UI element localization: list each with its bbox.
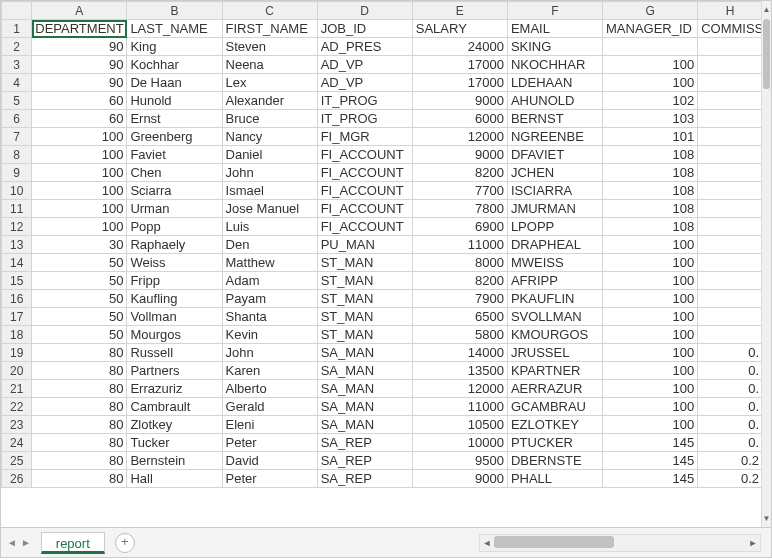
cell[interactable]: PHALL bbox=[507, 470, 602, 488]
cell[interactable]: NKOCHHAR bbox=[507, 56, 602, 74]
row-header[interactable]: 15 bbox=[2, 272, 32, 290]
cell[interactable]: Fripp bbox=[127, 272, 222, 290]
cell[interactable]: 0.2 bbox=[698, 452, 763, 470]
row-header[interactable]: 16 bbox=[2, 290, 32, 308]
cell[interactable]: Greenberg bbox=[127, 128, 222, 146]
cell[interactable]: Tucker bbox=[127, 434, 222, 452]
cell[interactable]: 100 bbox=[32, 182, 127, 200]
cell[interactable]: 0. bbox=[698, 344, 763, 362]
cell[interactable]: 12000 bbox=[412, 128, 507, 146]
cell[interactable]: 100 bbox=[32, 164, 127, 182]
col-header-D[interactable]: D bbox=[317, 2, 412, 20]
cell[interactable]: 100 bbox=[32, 128, 127, 146]
cell[interactable]: ST_MAN bbox=[317, 308, 412, 326]
cell[interactable]: 8200 bbox=[412, 272, 507, 290]
cell[interactable]: DEPARTMENT bbox=[32, 20, 127, 38]
cell[interactable]: Steven bbox=[222, 38, 317, 56]
cell[interactable]: 11000 bbox=[412, 236, 507, 254]
cell[interactable]: Cambrault bbox=[127, 398, 222, 416]
cell[interactable]: Partners bbox=[127, 362, 222, 380]
vertical-scroll-thumb[interactable] bbox=[763, 19, 770, 89]
cell[interactable]: Raphaely bbox=[127, 236, 222, 254]
cell[interactable]: Adam bbox=[222, 272, 317, 290]
tab-nav-buttons[interactable]: ◄ ► bbox=[1, 537, 37, 548]
cell[interactable]: COMMISSION bbox=[698, 20, 763, 38]
cell[interactable]: 100 bbox=[603, 254, 698, 272]
cell[interactable]: Lex bbox=[222, 74, 317, 92]
cell[interactable]: 5800 bbox=[412, 326, 507, 344]
cell[interactable]: Peter bbox=[222, 434, 317, 452]
cell[interactable]: 100 bbox=[603, 362, 698, 380]
cell[interactable]: 108 bbox=[603, 146, 698, 164]
cell[interactable]: Hall bbox=[127, 470, 222, 488]
row-header[interactable]: 18 bbox=[2, 326, 32, 344]
row-header[interactable]: 19 bbox=[2, 344, 32, 362]
col-header-F[interactable]: F bbox=[507, 2, 602, 20]
tab-prev-icon[interactable]: ◄ bbox=[7, 537, 17, 548]
scroll-right-icon[interactable]: ► bbox=[746, 538, 760, 548]
cell[interactable] bbox=[698, 56, 763, 74]
cell[interactable]: DRAPHEAL bbox=[507, 236, 602, 254]
cell[interactable] bbox=[698, 128, 763, 146]
cell[interactable]: LAST_NAME bbox=[127, 20, 222, 38]
cell[interactable]: Karen bbox=[222, 362, 317, 380]
add-sheet-button[interactable]: + bbox=[115, 533, 135, 553]
cell[interactable]: 100 bbox=[603, 290, 698, 308]
cell[interactable]: Luis bbox=[222, 218, 317, 236]
cell[interactable]: 11000 bbox=[412, 398, 507, 416]
cell[interactable]: SKING bbox=[507, 38, 602, 56]
cell[interactable]: 30 bbox=[32, 236, 127, 254]
cell[interactable]: PU_MAN bbox=[317, 236, 412, 254]
cell[interactable]: John bbox=[222, 164, 317, 182]
cell[interactable]: SA_MAN bbox=[317, 344, 412, 362]
cell[interactable]: De Haan bbox=[127, 74, 222, 92]
cell[interactable]: 100 bbox=[603, 326, 698, 344]
row-header[interactable]: 21 bbox=[2, 380, 32, 398]
cell[interactable]: AHUNOLD bbox=[507, 92, 602, 110]
cell[interactable]: IT_PROG bbox=[317, 92, 412, 110]
cell[interactable] bbox=[698, 326, 763, 344]
cell[interactable]: 100 bbox=[603, 308, 698, 326]
cell[interactable]: Matthew bbox=[222, 254, 317, 272]
cell[interactable]: FI_ACCOUNT bbox=[317, 164, 412, 182]
row-header[interactable]: 4 bbox=[2, 74, 32, 92]
cell[interactable]: BERNST bbox=[507, 110, 602, 128]
cell[interactable]: 10500 bbox=[412, 416, 507, 434]
cell[interactable]: FI_MGR bbox=[317, 128, 412, 146]
cell[interactable]: 12000 bbox=[412, 380, 507, 398]
cell[interactable]: SALARY bbox=[412, 20, 507, 38]
cell[interactable]: Popp bbox=[127, 218, 222, 236]
cell[interactable]: AFRIPP bbox=[507, 272, 602, 290]
cell[interactable]: SA_MAN bbox=[317, 398, 412, 416]
cell[interactable]: 108 bbox=[603, 182, 698, 200]
cell[interactable]: EMAIL bbox=[507, 20, 602, 38]
cell[interactable]: AERRAZUR bbox=[507, 380, 602, 398]
cell[interactable]: Russell bbox=[127, 344, 222, 362]
cell[interactable]: Urman bbox=[127, 200, 222, 218]
cell[interactable]: FI_ACCOUNT bbox=[317, 218, 412, 236]
cell[interactable]: Ismael bbox=[222, 182, 317, 200]
cell[interactable]: 100 bbox=[603, 272, 698, 290]
cell[interactable]: 80 bbox=[32, 398, 127, 416]
scroll-up-icon[interactable]: ▲ bbox=[762, 5, 771, 14]
cell[interactable]: Jose Manuel bbox=[222, 200, 317, 218]
cell[interactable]: KPARTNER bbox=[507, 362, 602, 380]
scroll-down-icon[interactable]: ▼ bbox=[762, 514, 771, 523]
cell[interactable]: Bruce bbox=[222, 110, 317, 128]
cell[interactable]: Shanta bbox=[222, 308, 317, 326]
cell[interactable]: 103 bbox=[603, 110, 698, 128]
cell[interactable]: 6500 bbox=[412, 308, 507, 326]
cell[interactable]: AD_VP bbox=[317, 74, 412, 92]
cell[interactable]: 0. bbox=[698, 416, 763, 434]
row-header[interactable]: 10 bbox=[2, 182, 32, 200]
row-header[interactable]: 23 bbox=[2, 416, 32, 434]
cell[interactable]: Kevin bbox=[222, 326, 317, 344]
cell[interactable]: SVOLLMAN bbox=[507, 308, 602, 326]
cell[interactable]: Sciarra bbox=[127, 182, 222, 200]
cell[interactable]: SA_REP bbox=[317, 434, 412, 452]
cell[interactable]: 50 bbox=[32, 254, 127, 272]
cell[interactable]: Chen bbox=[127, 164, 222, 182]
cell[interactable]: SA_REP bbox=[317, 452, 412, 470]
cell[interactable]: JRUSSEL bbox=[507, 344, 602, 362]
cell[interactable]: Eleni bbox=[222, 416, 317, 434]
